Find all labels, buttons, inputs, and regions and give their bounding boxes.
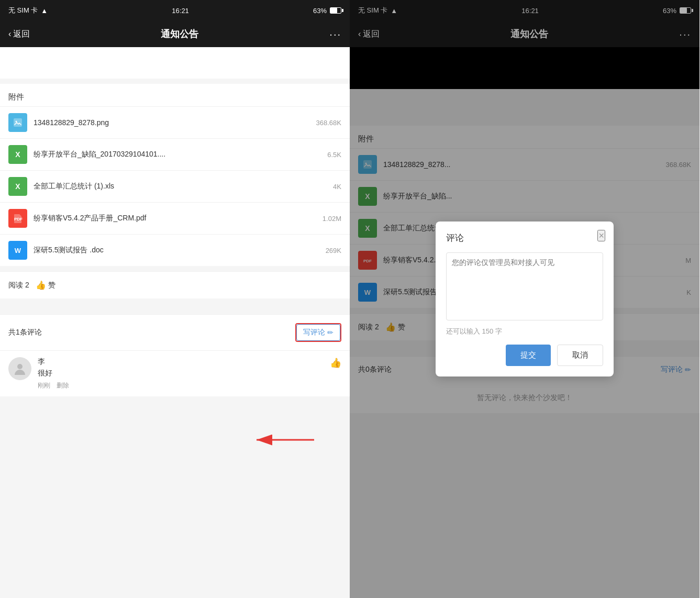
back-icon-left: ‹ bbox=[8, 29, 11, 39]
write-comment-button-left[interactable]: 写评论 ✏ bbox=[296, 324, 340, 341]
attachments-label-left: 附件 bbox=[0, 84, 350, 106]
attachment-size-5: 269K bbox=[326, 247, 341, 254]
announcement-top bbox=[0, 47, 350, 79]
attachment-item-3[interactable]: X 全部工单汇总统计 (1).xls 4K bbox=[0, 170, 350, 202]
modal-overlay: 评论 × 还可以输入 150 字 提交 取消 bbox=[350, 0, 699, 598]
battery-icon-left bbox=[330, 7, 341, 14]
attachment-icon-pdf: PDF bbox=[8, 209, 27, 228]
submit-button[interactable]: 提交 bbox=[506, 345, 551, 366]
comment-text-1: 很好 bbox=[38, 369, 324, 378]
attachment-name-3: 全部工单汇总统计 (1).xls bbox=[34, 182, 329, 191]
attachment-item-2[interactable]: X 纷享开放平台_缺陷_20170329104101.... 6.5K bbox=[0, 138, 350, 170]
status-left: 无 SIM 卡 ▲ bbox=[8, 6, 48, 15]
comments-count-left: 共1条评论 bbox=[8, 328, 42, 337]
svg-text:PDF: PDF bbox=[14, 217, 23, 222]
delete-button-1[interactable]: 删除 bbox=[57, 381, 69, 390]
attachment-name-5: 深研5.5测试报告 .doc bbox=[34, 246, 321, 255]
back-button-left[interactable]: ‹ 返回 bbox=[8, 29, 30, 40]
back-label-left: 返回 bbox=[13, 29, 30, 40]
modal-buttons: 提交 取消 bbox=[446, 345, 603, 366]
sim-label: 无 SIM 卡 bbox=[8, 6, 38, 15]
comments-bar-left: 共1条评论 写评论 ✏ bbox=[0, 314, 350, 350]
comment-modal: 评论 × 还可以输入 150 字 提交 取消 bbox=[436, 222, 614, 376]
read-bar-left: 阅读 2 👍 赞 bbox=[0, 271, 350, 298]
left-panel: 无 SIM 卡 ▲ 16:21 63% ‹ 返回 通知公告 ··· 附件 bbox=[0, 0, 350, 598]
read-label-left: 阅读 2 bbox=[8, 281, 29, 290]
write-comment-icon-left: ✏ bbox=[327, 328, 334, 337]
divider-1 bbox=[0, 79, 350, 84]
modal-title: 评论 bbox=[446, 232, 603, 244]
modal-close-button[interactable]: × bbox=[597, 230, 605, 241]
svg-rect-0 bbox=[14, 118, 22, 127]
attachment-icon-xls-1: X bbox=[8, 145, 27, 164]
attachment-size-2: 6.5K bbox=[327, 151, 341, 159]
attachment-size-1: 368.68K bbox=[316, 119, 341, 127]
attachment-icon-png-1 bbox=[8, 113, 27, 132]
like-label-left: 赞 bbox=[48, 281, 55, 290]
time-left: 16:21 bbox=[172, 7, 189, 15]
svg-point-1 bbox=[16, 121, 17, 123]
write-comment-highlight: 写评论 ✏ bbox=[295, 323, 341, 342]
attachment-name-1: 1348128829_8278.png bbox=[34, 118, 312, 127]
page-title-left: 通知公告 bbox=[161, 28, 198, 40]
comment-item-1: 李 很好 刚刚 删除 👍 bbox=[0, 350, 350, 396]
write-comment-label-left: 写评论 bbox=[303, 328, 325, 337]
attachment-icon-xls-2: X bbox=[8, 177, 27, 196]
attachment-size-3: 4K bbox=[333, 183, 341, 191]
attachment-name-4: 纷享销客V5.4.2产品手册_CRM.pdf bbox=[34, 214, 318, 223]
like-button-left[interactable]: 👍 赞 bbox=[36, 280, 55, 290]
comment-author-1: 李 bbox=[38, 357, 324, 367]
comment-body-1: 李 很好 刚刚 删除 bbox=[38, 357, 324, 390]
attachment-item-1[interactable]: 1348128829_8278.png 368.68K bbox=[0, 106, 350, 138]
more-button-left[interactable]: ··· bbox=[329, 28, 341, 40]
attachment-icon-doc: W bbox=[8, 241, 27, 260]
right-panel: 无 SIM 卡 ▲ 16:21 63% ‹ 返回 通知公告 ··· 附件 bbox=[350, 0, 699, 598]
comment-meta-1: 刚刚 删除 bbox=[38, 381, 324, 390]
attachments-section-left: 附件 1348128829_8278.png 368.68K X 纷享开放平台_… bbox=[0, 84, 350, 266]
avatar-1 bbox=[8, 357, 31, 380]
attachment-item-4[interactable]: PDF 纷享销客V5.4.2产品手册_CRM.pdf 1.02M bbox=[0, 202, 350, 234]
cancel-button[interactable]: 取消 bbox=[557, 345, 603, 366]
attachment-size-4: 1.02M bbox=[323, 215, 341, 223]
status-bar-left: 无 SIM 卡 ▲ 16:21 63% bbox=[0, 0, 350, 21]
battery-fill bbox=[330, 8, 337, 13]
svg-point-3 bbox=[17, 364, 23, 369]
comment-time-1: 刚刚 bbox=[38, 381, 50, 390]
battery-percent-left: 63% bbox=[313, 7, 327, 15]
left-content: 附件 1348128829_8278.png 368.68K X 纷享开放平台_… bbox=[0, 47, 350, 598]
divider-2 bbox=[0, 304, 350, 309]
attachment-item-5[interactable]: W 深研5.5测试报告 .doc 269K bbox=[0, 234, 350, 266]
comment-textarea[interactable] bbox=[446, 252, 603, 320]
nav-bar-left: ‹ 返回 通知公告 ··· bbox=[0, 21, 350, 47]
attachment-name-2: 纷享开放平台_缺陷_20170329104101.... bbox=[34, 150, 323, 159]
status-right: 63% bbox=[313, 7, 341, 15]
comment-like-1[interactable]: 👍 bbox=[330, 357, 341, 390]
thumb-icon-left: 👍 bbox=[36, 280, 46, 290]
wifi-icon: ▲ bbox=[41, 7, 48, 15]
char-counter: 还可以输入 150 字 bbox=[446, 327, 603, 336]
